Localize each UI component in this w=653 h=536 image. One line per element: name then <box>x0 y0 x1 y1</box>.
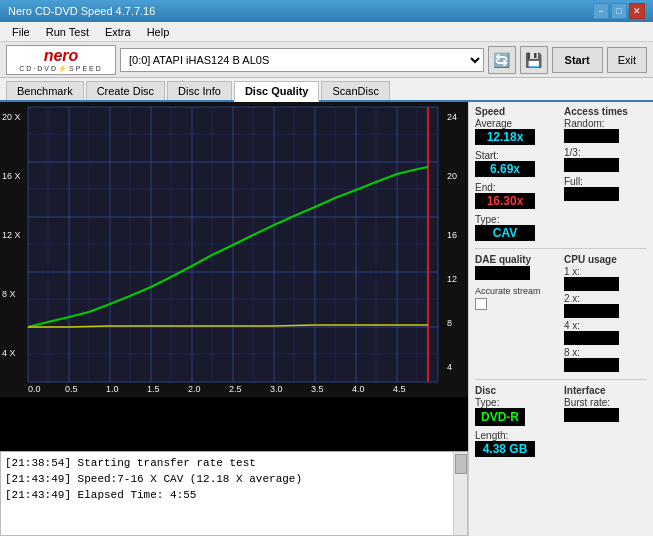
4x-value <box>564 331 619 345</box>
8x-value <box>564 358 619 372</box>
average-label: Average <box>475 118 558 129</box>
full-value <box>564 187 619 201</box>
tab-create-disc[interactable]: Create Disc <box>86 81 165 100</box>
disc-length-value: 4.38 GB <box>475 441 535 457</box>
svg-text:0.5: 0.5 <box>65 384 78 394</box>
toolbar: nero CD·DVD⚡SPEED [0:0] ATAPI iHAS124 B … <box>0 42 653 78</box>
chart-container: 20 X 16 X 12 X 8 X 4 X 24 20 16 12 8 4 <box>0 102 468 451</box>
access-times-section: Access times Random: 1/3: Full: <box>564 106 647 243</box>
right-panel: Speed Average 12.18x Start: 6.69x End: 1… <box>468 102 653 536</box>
svg-text:20 X: 20 X <box>2 112 21 122</box>
random-label: Random: <box>564 118 647 129</box>
type-value: CAV <box>475 225 535 241</box>
svg-text:16: 16 <box>447 230 457 240</box>
svg-text:1.0: 1.0 <box>106 384 119 394</box>
end-value: 16.30x <box>475 193 535 209</box>
disc-type-sublabel: Type: <box>475 397 558 408</box>
menu-help[interactable]: Help <box>139 24 178 40</box>
accurate-stream-label: Accurate stream <box>475 286 558 296</box>
average-value: 12.18x <box>475 129 535 145</box>
disc-type-label: Disc <box>475 385 558 396</box>
title-bar: Nero CD-DVD Speed 4.7.7.16 − □ ✕ <box>0 0 653 22</box>
1x-value <box>564 277 619 291</box>
dae-quality-label: DAE quality <box>475 254 558 265</box>
save-button[interactable]: 💾 <box>520 46 548 74</box>
svg-text:24: 24 <box>447 112 457 122</box>
svg-text:0.0: 0.0 <box>28 384 41 394</box>
status-line-3: [21:43:49] Elapsed Time: 4:55 <box>5 487 449 503</box>
svg-text:16 X: 16 X <box>2 171 21 181</box>
burst-rate-label: Burst rate: <box>564 397 647 408</box>
refresh-button[interactable]: 🔄 <box>488 46 516 74</box>
svg-text:1.5: 1.5 <box>147 384 160 394</box>
burst-rate-value <box>564 408 619 422</box>
dae-section: DAE quality Accurate stream <box>475 254 558 374</box>
one-third-value <box>564 158 619 172</box>
disc-length-label: Length: <box>475 430 558 441</box>
speed-section: Speed Average 12.18x Start: 6.69x End: 1… <box>475 106 558 243</box>
logo-cdspeed: CD·DVD⚡SPEED <box>19 65 103 73</box>
drive-selector[interactable]: [0:0] ATAPI iHAS124 B AL0S <box>120 48 484 72</box>
status-line-1: [21:38:54] Starting transfer rate test <box>5 455 449 471</box>
main-content: 20 X 16 X 12 X 8 X 4 X 24 20 16 12 8 4 <box>0 102 653 536</box>
menu-bar: File Run Test Extra Help <box>0 22 653 42</box>
logo-area: nero CD·DVD⚡SPEED <box>6 45 116 75</box>
svg-text:3.0: 3.0 <box>270 384 283 394</box>
svg-text:8 X: 8 X <box>2 289 16 299</box>
speed-title: Speed <box>475 106 558 117</box>
end-label: End: <box>475 182 496 193</box>
divider-2 <box>475 379 647 380</box>
disc-section: Disc Type: DVD-R Length: 4.38 GB <box>475 385 558 459</box>
tab-scan-disc[interactable]: ScanDisc <box>321 81 389 100</box>
maximize-button[interactable]: □ <box>611 3 627 19</box>
2x-label: 2 x: <box>564 293 647 304</box>
exit-button[interactable]: Exit <box>607 47 647 73</box>
title-bar-controls: − □ ✕ <box>593 3 645 19</box>
minimize-button[interactable]: − <box>593 3 609 19</box>
accurate-stream-row <box>475 298 558 310</box>
svg-text:2.0: 2.0 <box>188 384 201 394</box>
random-value <box>564 129 619 143</box>
disc-type-value: DVD-R <box>475 408 525 426</box>
start-button[interactable]: Start <box>552 47 603 73</box>
tab-benchmark[interactable]: Benchmark <box>6 81 84 100</box>
2x-value <box>564 304 619 318</box>
svg-text:20: 20 <box>447 171 457 181</box>
disc-interface-row: Disc Type: DVD-R Length: 4.38 GB Interfa… <box>475 385 647 459</box>
full-label: Full: <box>564 176 647 187</box>
1x-label: 1 x: <box>564 266 647 277</box>
start-label: Start: <box>475 150 499 161</box>
svg-text:3.5: 3.5 <box>311 384 324 394</box>
close-button[interactable]: ✕ <box>629 3 645 19</box>
access-times-title: Access times <box>564 106 647 117</box>
accurate-stream-checkbox[interactable] <box>475 298 487 310</box>
dae-quality-value <box>475 266 530 280</box>
logo-nero: nero <box>44 47 79 65</box>
chart-svg: 20 X 16 X 12 X 8 X 4 X 24 20 16 12 8 4 <box>0 102 468 397</box>
status-bar: [21:38:54] Starting transfer rate test [… <box>0 451 468 536</box>
chart-area: 20 X 16 X 12 X 8 X 4 X 24 20 16 12 8 4 <box>0 102 468 536</box>
start-value: 6.69x <box>475 161 535 177</box>
dae-cpu-row: DAE quality Accurate stream CPU usage 1 … <box>475 254 647 374</box>
svg-text:12 X: 12 X <box>2 230 21 240</box>
menu-extra[interactable]: Extra <box>97 24 139 40</box>
interface-title: Interface <box>564 385 647 396</box>
tab-disc-quality[interactable]: Disc Quality <box>234 81 320 102</box>
interface-section: Interface Burst rate: <box>564 385 647 459</box>
svg-text:4 X: 4 X <box>2 348 16 358</box>
divider-1 <box>475 248 647 249</box>
4x-label: 4 x: <box>564 320 647 331</box>
status-scrollbar[interactable] <box>453 452 467 535</box>
8x-label: 8 x: <box>564 347 647 358</box>
cpu-usage-title: CPU usage <box>564 254 647 265</box>
svg-text:4.5: 4.5 <box>393 384 406 394</box>
svg-text:8: 8 <box>447 318 452 328</box>
type-label: Type: <box>475 214 499 225</box>
one-third-label: 1/3: <box>564 147 647 158</box>
tab-disc-info[interactable]: Disc Info <box>167 81 232 100</box>
status-content: [21:38:54] Starting transfer rate test [… <box>1 452 467 506</box>
menu-file[interactable]: File <box>4 24 38 40</box>
menu-run-test[interactable]: Run Test <box>38 24 97 40</box>
svg-text:4.0: 4.0 <box>352 384 365 394</box>
cpu-usage-section: CPU usage 1 x: 2 x: 4 x: 8 x: <box>564 254 647 374</box>
